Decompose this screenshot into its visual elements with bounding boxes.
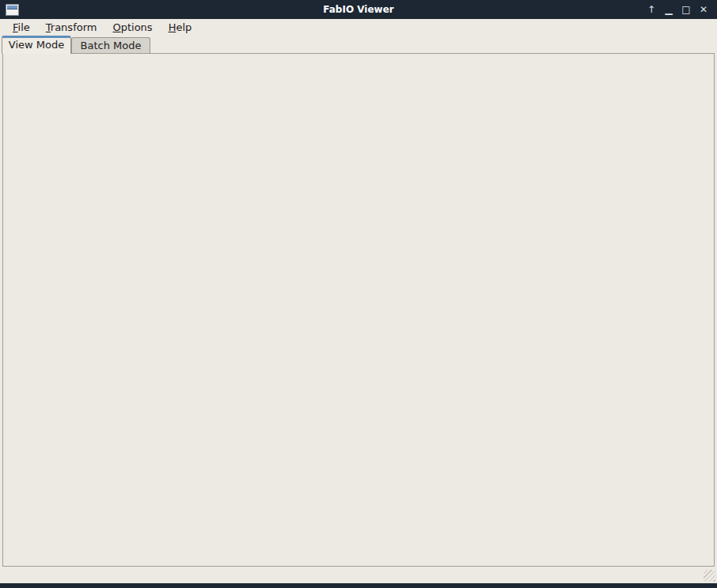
close-button[interactable]: ✕	[698, 0, 709, 19]
window-bottom-border	[0, 583, 717, 588]
window-icon[interactable]	[6, 4, 19, 16]
status-bar	[0, 567, 717, 583]
menu-options[interactable]: Options	[104, 21, 160, 34]
menu-bar: FileTransformOptionsHelp	[0, 19, 717, 36]
menu-transform[interactable]: Transform	[38, 21, 105, 34]
menu-file[interactable]: File	[5, 21, 38, 34]
tab-view-mode[interactable]: View Mode	[2, 36, 71, 54]
shade-button[interactable]: ↑	[646, 0, 657, 19]
window-controls: ↑▁□✕	[646, 0, 717, 19]
tab-batch-mode[interactable]: Batch Mode	[71, 37, 150, 54]
title-bar: FabIO Viewer ↑▁□✕	[0, 0, 717, 19]
minimize-button[interactable]: ▁	[663, 0, 674, 19]
resize-grip[interactable]	[704, 570, 715, 582]
tab-content-panel	[2, 53, 715, 567]
menu-help[interactable]: Help	[161, 21, 200, 34]
window-title: FabIO Viewer	[0, 4, 717, 15]
maximize-button[interactable]: □	[681, 0, 692, 19]
